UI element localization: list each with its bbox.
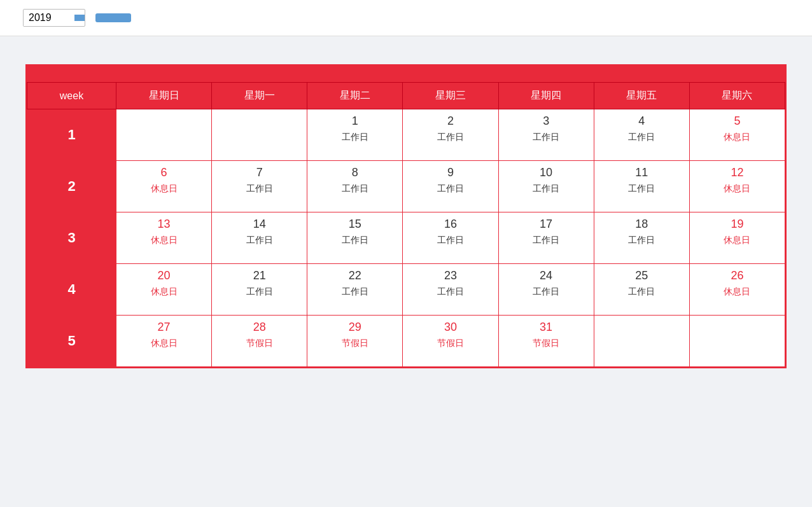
day-cell[interactable]: 13休息日 bbox=[116, 212, 212, 264]
day-number: 16 bbox=[444, 216, 457, 232]
day-type: 工作日 bbox=[342, 132, 368, 143]
day-cell[interactable]: 2工作日 bbox=[403, 109, 498, 161]
day-cell[interactable]: 14工作日 bbox=[212, 212, 307, 264]
day-cell[interactable]: 29节假日 bbox=[307, 316, 403, 367]
main-content: week星期日星期一星期二星期三星期四星期五星期六 11工作日2工作日3工作日4… bbox=[0, 36, 812, 394]
day-cell bbox=[212, 109, 307, 161]
day-type: 工作日 bbox=[342, 235, 368, 246]
month-header bbox=[27, 64, 785, 82]
calendar-table: week星期日星期一星期二星期三星期四星期五星期六 11工作日2工作日3工作日4… bbox=[27, 82, 785, 367]
col-day-星期三: 星期三 bbox=[403, 83, 498, 109]
day-cell[interactable]: 5休息日 bbox=[689, 109, 785, 161]
day-cell bbox=[689, 316, 785, 367]
day-cell[interactable]: 21工作日 bbox=[212, 264, 307, 316]
day-type: 休息日 bbox=[724, 235, 750, 246]
day-cell[interactable]: 22工作日 bbox=[307, 264, 403, 316]
year-input[interactable] bbox=[24, 10, 74, 26]
col-day-星期一: 星期一 bbox=[212, 83, 307, 109]
day-cell[interactable]: 12休息日 bbox=[689, 161, 785, 212]
day-type: 工作日 bbox=[628, 286, 655, 298]
day-cell[interactable]: 3工作日 bbox=[498, 109, 594, 161]
week-num-4: 4 bbox=[27, 264, 116, 316]
week-num-3: 3 bbox=[27, 212, 116, 264]
day-type: 工作日 bbox=[437, 183, 464, 195]
day-number: 2 bbox=[447, 113, 454, 129]
day-type: 休息日 bbox=[724, 286, 750, 298]
day-cell[interactable]: 20休息日 bbox=[116, 264, 212, 316]
day-cell[interactable]: 24工作日 bbox=[498, 264, 594, 316]
query-button[interactable] bbox=[95, 13, 131, 22]
col-day-星期四: 星期四 bbox=[498, 83, 594, 109]
day-type: 节假日 bbox=[342, 338, 368, 349]
day-cell[interactable]: 28节假日 bbox=[212, 316, 307, 367]
day-type: 工作日 bbox=[437, 286, 464, 298]
day-number: 28 bbox=[253, 319, 266, 335]
day-cell[interactable]: 11工作日 bbox=[594, 161, 689, 212]
day-cell[interactable]: 17工作日 bbox=[498, 212, 594, 264]
day-number: 25 bbox=[635, 268, 648, 284]
day-number: 17 bbox=[540, 216, 552, 232]
day-cell[interactable]: 10工作日 bbox=[498, 161, 594, 212]
day-cell[interactable]: 16工作日 bbox=[403, 212, 498, 264]
day-type: 工作日 bbox=[533, 132, 559, 143]
day-type: 工作日 bbox=[533, 183, 559, 195]
day-number: 19 bbox=[731, 216, 743, 232]
day-cell[interactable]: 8工作日 bbox=[307, 161, 403, 212]
day-cell[interactable]: 23工作日 bbox=[403, 264, 498, 316]
day-type: 休息日 bbox=[724, 183, 750, 195]
day-type: 工作日 bbox=[437, 235, 464, 246]
day-type: 工作日 bbox=[342, 183, 368, 195]
day-type: 工作日 bbox=[533, 286, 559, 298]
day-cell bbox=[594, 316, 689, 367]
day-type: 工作日 bbox=[628, 132, 655, 143]
day-number: 12 bbox=[731, 165, 743, 181]
day-cell[interactable]: 4工作日 bbox=[594, 109, 689, 161]
year-dropdown-arrow[interactable] bbox=[74, 15, 85, 21]
day-number: 26 bbox=[731, 268, 743, 284]
day-type: 工作日 bbox=[628, 183, 655, 195]
day-number: 31 bbox=[540, 319, 552, 335]
day-number: 6 bbox=[161, 165, 167, 181]
week-row-1: 11工作日2工作日3工作日4工作日5休息日 bbox=[27, 109, 785, 161]
week-row-5: 527休息日28节假日29节假日30节假日31节假日 bbox=[27, 316, 785, 367]
day-number: 8 bbox=[352, 165, 358, 181]
day-type: 工作日 bbox=[246, 286, 273, 298]
day-type: 节假日 bbox=[437, 338, 464, 349]
day-type: 休息日 bbox=[724, 132, 750, 143]
day-number: 7 bbox=[256, 165, 263, 181]
day-cell[interactable]: 7工作日 bbox=[212, 161, 307, 212]
day-cell[interactable]: 9工作日 bbox=[403, 161, 498, 212]
day-cell[interactable]: 25工作日 bbox=[594, 264, 689, 316]
week-num-1: 1 bbox=[27, 109, 116, 161]
calendar-wrapper: week星期日星期一星期二星期三星期四星期五星期六 11工作日2工作日3工作日4… bbox=[25, 64, 787, 368]
col-day-星期五: 星期五 bbox=[594, 83, 689, 109]
day-type: 休息日 bbox=[151, 286, 178, 298]
day-cell[interactable]: 19休息日 bbox=[689, 212, 785, 264]
day-cell[interactable]: 31节假日 bbox=[498, 316, 594, 367]
day-number: 20 bbox=[158, 268, 171, 284]
day-type: 工作日 bbox=[246, 235, 273, 246]
day-cell[interactable]: 27休息日 bbox=[116, 316, 212, 367]
day-number: 15 bbox=[349, 216, 361, 232]
calendar-header-row: week星期日星期一星期二星期三星期四星期五星期六 bbox=[27, 83, 785, 109]
day-cell[interactable]: 18工作日 bbox=[594, 212, 689, 264]
week-row-4: 420休息日21工作日22工作日23工作日24工作日25工作日26休息日 bbox=[27, 264, 785, 316]
day-number: 30 bbox=[444, 319, 457, 335]
day-cell[interactable]: 1工作日 bbox=[307, 109, 403, 161]
day-number: 23 bbox=[444, 268, 457, 284]
day-number: 24 bbox=[540, 268, 552, 284]
day-cell[interactable]: 30节假日 bbox=[403, 316, 498, 367]
day-cell bbox=[116, 109, 212, 161]
day-number: 10 bbox=[540, 165, 552, 181]
day-number: 5 bbox=[734, 113, 740, 129]
day-cell[interactable]: 15工作日 bbox=[307, 212, 403, 264]
day-type: 工作日 bbox=[246, 183, 273, 195]
day-cell[interactable]: 26休息日 bbox=[689, 264, 785, 316]
col-day-星期日: 星期日 bbox=[116, 83, 212, 109]
day-type: 休息日 bbox=[151, 183, 178, 195]
day-type: 休息日 bbox=[151, 338, 178, 349]
day-number: 9 bbox=[447, 165, 454, 181]
day-cell[interactable]: 6休息日 bbox=[116, 161, 212, 212]
day-type: 休息日 bbox=[151, 235, 178, 246]
day-type: 工作日 bbox=[533, 235, 559, 246]
